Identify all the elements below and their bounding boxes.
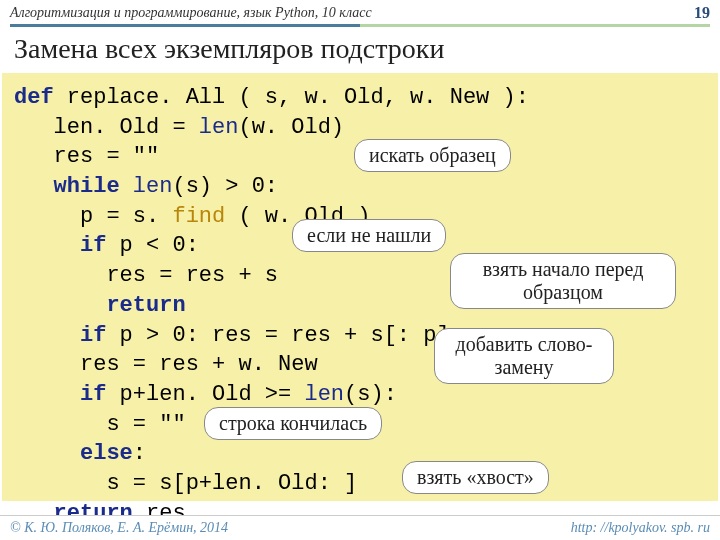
header-course: Алгоритмизация и программирование, язык … — [10, 5, 372, 21]
callout-notfound: если не нашли — [292, 219, 446, 252]
callout-replace: добавить слово-замену — [434, 328, 614, 384]
callout-end: строка кончилась — [204, 407, 382, 440]
slide-title: Замена всех экземпляров подстроки — [0, 27, 720, 73]
slide-footer: © К. Ю. Поляков, Е. А. Ерёмин, 2014 http… — [0, 515, 720, 540]
callout-prefix: взять начало перед образцом — [450, 253, 676, 309]
callout-tail: взять «хвост» — [402, 461, 549, 494]
code-block: def replace. All ( s, w. Old, w. New ): … — [2, 73, 718, 501]
slide-header: Алгоритмизация и программирование, язык … — [0, 0, 720, 24]
callout-search: искать образец — [354, 139, 511, 172]
footer-url: http: //kpolyakov. spb. ru — [571, 520, 710, 536]
page-number: 19 — [694, 4, 710, 22]
copyright: © К. Ю. Поляков, Е. А. Ерёмин, 2014 — [10, 520, 228, 536]
